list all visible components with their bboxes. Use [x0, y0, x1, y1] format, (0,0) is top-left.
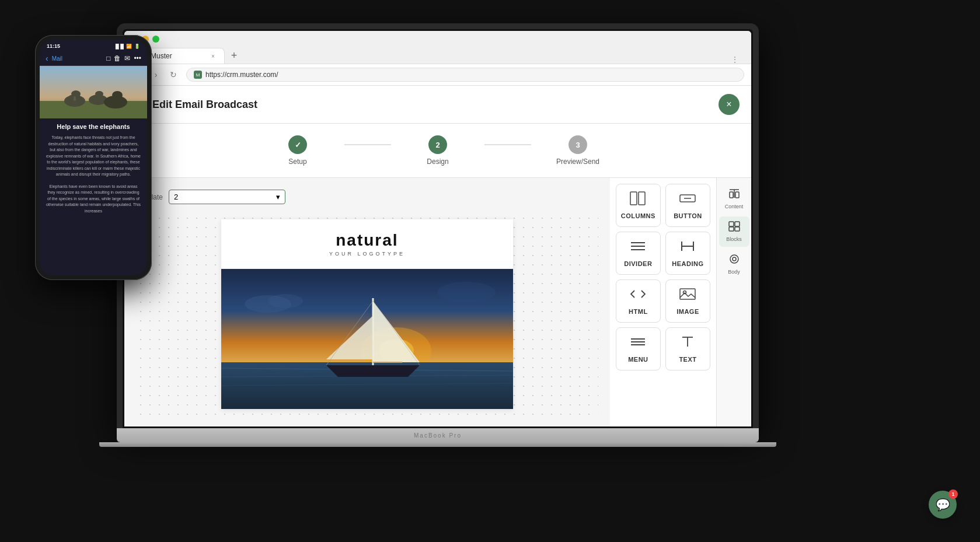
- text-icon: [679, 335, 696, 352]
- svg-point-49: [730, 255, 738, 263]
- tool-blocks[interactable]: Blocks: [719, 216, 749, 247]
- blocks-grid: COLUMNS: [616, 184, 710, 370]
- step-setup[interactable]: ✓ Setup: [251, 135, 344, 166]
- svg-rect-46: [735, 222, 740, 226]
- mail-icon[interactable]: ✉: [124, 54, 130, 62]
- email-canvas[interactable]: natural YOUR LOGOTYPE: [221, 219, 513, 409]
- template-value: 2: [174, 193, 178, 201]
- tool-blocks-label: Blocks: [726, 236, 742, 242]
- iphone-mockup: 11:15 ▐▌█ 📶 🔋 ‹ Mail □ 🗑 ✉ •••: [35, 35, 152, 280]
- svg-point-24: [268, 294, 303, 308]
- dropdown-arrow-icon: ▾: [276, 193, 280, 201]
- button-icon: [679, 191, 696, 209]
- svg-point-4: [71, 90, 81, 97]
- chat-notification-badge: 1: [948, 489, 958, 499]
- inbox-icon[interactable]: □: [106, 54, 110, 62]
- macbook-label: MacBook Pro: [414, 432, 462, 439]
- block-label-menu: MENU: [628, 356, 648, 363]
- block-item-text[interactable]: TEXT: [665, 327, 710, 370]
- iphone-hero-image: [40, 66, 147, 118]
- tab-label: Muster: [151, 52, 172, 60]
- step-label-setup: Setup: [288, 158, 306, 166]
- body-tool-icon: [728, 254, 740, 267]
- svg-rect-43: [730, 192, 733, 198]
- iphone-nav: ‹ Mail □ 🗑 ✉ •••: [40, 51, 147, 66]
- step-label-preview: Preview/Send: [556, 158, 599, 166]
- tool-body[interactable]: Body: [719, 249, 749, 279]
- divider-icon: [630, 239, 646, 257]
- macbook-base: MacBook Pro: [117, 428, 759, 442]
- new-tab-button[interactable]: +: [226, 47, 242, 64]
- step-connector-2: [484, 144, 531, 145]
- block-item-columns[interactable]: COLUMNS: [616, 184, 661, 227]
- html-icon: [630, 287, 646, 305]
- macbook-bezel: M Muster × + ⋮ ‹ › ↻: [117, 23, 759, 428]
- tool-content[interactable]: Content: [719, 184, 749, 214]
- tool-content-label: Content: [725, 204, 744, 209]
- close-button[interactable]: ×: [719, 94, 740, 115]
- block-label-divider: DIVIDER: [624, 260, 652, 267]
- editor-sidebar: COLUMNS: [610, 178, 751, 426]
- url-text: https://crm.muster.com/: [205, 71, 278, 79]
- block-item-heading[interactable]: HEADING: [665, 232, 710, 275]
- url-favicon-icon: M: [194, 71, 202, 79]
- iphone-time: 11:15: [47, 43, 60, 49]
- app-header: Edit Email Broadcast ×: [124, 86, 751, 124]
- iphone-body-text-1: Today, elephants face threats not just f…: [40, 132, 147, 180]
- macbook-foot: [99, 442, 776, 447]
- wizard-stepper: ✓ Setup 2 Design 3 Preview/Sen: [124, 124, 751, 178]
- battery-icon: 🔋: [134, 44, 140, 49]
- block-item-html[interactable]: HTML: [616, 279, 661, 323]
- svg-rect-5: [74, 96, 76, 101]
- trash-icon[interactable]: 🗑: [114, 54, 121, 62]
- browser-chrome: M Muster × + ⋮: [124, 31, 751, 64]
- iphone-status-bar: 11:15 ▐▌█ 📶 🔋: [40, 40, 147, 51]
- reload-button[interactable]: ↻: [166, 68, 180, 82]
- block-item-divider[interactable]: DIVIDER: [616, 232, 661, 275]
- svg-rect-48: [735, 227, 740, 231]
- back-arrow-icon[interactable]: ‹: [46, 54, 48, 63]
- traffic-lights: [131, 36, 744, 43]
- block-item-button[interactable]: BUTTON: [665, 184, 710, 227]
- block-label-columns: COLUMNS: [621, 212, 655, 219]
- svg-rect-36: [680, 289, 695, 299]
- tab-close-button[interactable]: ×: [209, 52, 217, 60]
- step-design[interactable]: 2 Design: [391, 135, 484, 166]
- blocks-panel: COLUMNS: [610, 178, 716, 426]
- email-logo-text: natural: [233, 231, 501, 250]
- step-label-design: Design: [427, 158, 448, 166]
- chat-icon: 💬: [936, 498, 950, 512]
- block-label-heading: HEADING: [672, 260, 703, 267]
- editor-area: template 2 ▾: [124, 178, 751, 426]
- iphone-headline: Help save the elephants: [40, 118, 147, 132]
- template-dropdown[interactable]: 2 ▾: [169, 190, 285, 204]
- macbook-container: M Muster × + ⋮ ‹ › ↻: [117, 23, 759, 447]
- step-connector-1: [344, 144, 391, 145]
- email-canvas-area: template 2 ▾: [124, 178, 610, 426]
- svg-rect-26: [630, 192, 637, 205]
- url-bar[interactable]: M https://crm.muster.com/: [186, 68, 744, 82]
- maximize-traffic-light[interactable]: [152, 36, 159, 43]
- block-item-menu[interactable]: MENU: [616, 327, 661, 370]
- svg-point-11: [112, 91, 123, 99]
- macbook-screen-frame: M Muster × + ⋮ ‹ › ↻: [123, 29, 753, 428]
- app-content: Edit Email Broadcast × ✓ Setup: [124, 86, 751, 426]
- step-preview[interactable]: 3 Preview/Send: [531, 135, 625, 166]
- more-icon[interactable]: •••: [134, 54, 141, 62]
- block-label-button: BUTTON: [674, 212, 702, 219]
- page-title: Edit Email Broadcast: [152, 99, 257, 111]
- tool-body-label: Body: [728, 269, 740, 275]
- heading-icon: [679, 239, 696, 257]
- dotted-background: natural YOUR LOGOTYPE: [136, 214, 598, 415]
- block-item-image[interactable]: IMAGE: [665, 279, 710, 323]
- step-circle-design: 2: [428, 135, 447, 154]
- svg-rect-27: [639, 192, 645, 205]
- email-logo-section: natural YOUR LOGOTYPE: [221, 219, 513, 269]
- columns-icon: [630, 191, 646, 209]
- chat-widget[interactable]: 💬 1: [929, 491, 957, 519]
- blocks-tool-icon: [728, 221, 740, 235]
- template-selector: template 2 ▾: [136, 190, 598, 204]
- wifi-icon: 📶: [126, 44, 132, 49]
- svg-rect-45: [729, 222, 734, 226]
- svg-point-8: [95, 91, 103, 97]
